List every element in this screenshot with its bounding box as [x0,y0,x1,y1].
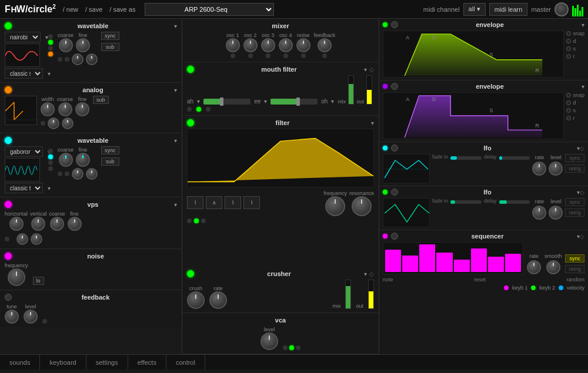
env2-d-radio[interactable] [566,100,571,105]
osc1-sub-btn[interactable]: sub [101,43,119,51]
env2-power[interactable] [391,83,398,90]
osc1-mod-knob1[interactable] [72,53,83,65]
osc1-preset1-select[interactable]: nairobi [5,32,41,42]
menu-save-as[interactable]: / save as [107,5,138,14]
lfo1-power[interactable] [391,145,398,152]
seq-power[interactable] [391,233,398,240]
lfo2-power[interactable] [391,189,398,196]
osc4-power[interactable] [5,201,12,208]
mixer-osc3-knob[interactable] [261,38,275,52]
mouth-ee-slider[interactable] [270,99,318,105]
tab-sounds[interactable]: sounds [0,355,40,369]
osc3-coarse-knob[interactable] [59,153,73,167]
filter-shape4[interactable]: ⌇ [243,196,260,209]
seq-bar-8[interactable] [505,254,521,272]
osc3-sync-btn[interactable]: sync [101,146,119,154]
osc3-sub-btn[interactable]: sub [101,157,119,166]
crusher-crush-knob[interactable] [187,291,205,309]
env1-snap-radio[interactable] [566,31,571,36]
osc2-sub-btn[interactable]: sub [93,96,109,104]
mouth-dropdown[interactable]: ▾ [364,66,367,73]
env1-power[interactable] [391,21,398,28]
env2-snap-radio[interactable] [566,93,571,98]
feedback-tune-knob[interactable] [5,310,19,324]
seq-bar-7[interactable] [488,257,504,272]
lfo2-retrig-btn[interactable]: retrig [565,209,584,217]
mouth-ah-arrow[interactable]: ▾ [197,98,200,105]
lfo2-fadein-slider[interactable] [450,200,482,204]
osc3-mod-knob1[interactable] [72,168,83,180]
osc2-mod-knob2[interactable] [62,117,74,129]
osc1-fine-knob[interactable] [76,38,90,52]
osc1-preset2-arrow[interactable]: ▾ [48,70,51,77]
osc1-dropdown[interactable]: ▾ [174,23,177,29]
master-knob[interactable] [554,2,569,16]
mixer-noise-knob[interactable] [296,38,310,52]
osc1-coarse-knob[interactable] [59,38,73,52]
lfo2-up-arrow[interactable]: ◇ [580,189,584,196]
seq-rate-knob[interactable] [527,260,541,274]
crusher-power[interactable] [187,270,194,277]
osc1-sync-btn[interactable]: sync [101,32,119,40]
tab-keyboard[interactable]: keyboard [40,355,86,369]
lfo1-up-arrow[interactable]: ◇ [580,145,584,152]
tab-control[interactable]: control [166,355,205,369]
tab-effects[interactable]: effects [128,355,166,369]
mouth-ah-slider[interactable] [203,99,250,105]
seq-sync-btn[interactable]: sync [565,254,584,263]
osc4-vertical-knob[interactable] [31,217,45,231]
osc4-coarse-knob[interactable] [50,217,64,231]
feedback-level-knob[interactable] [24,310,38,324]
mixer-osc1-knob[interactable] [226,38,240,52]
osc2-power[interactable] [5,86,12,93]
osc3-power[interactable] [5,137,12,144]
filter-shape1[interactable]: ⌇ [187,196,203,209]
seq-bar-5[interactable] [454,260,470,272]
osc2-width-knob[interactable] [41,102,55,116]
crusher-dropdown[interactable]: ▾ [364,271,367,277]
mouth-ee-arrow[interactable]: ▾ [264,98,267,105]
filter-power[interactable] [187,119,194,126]
lfo2-delay-slider[interactable] [499,200,530,204]
osc3-fine-knob[interactable] [76,153,90,167]
dot-keyb2[interactable] [531,285,536,290]
osc3-preset2-arrow[interactable]: ▾ [48,185,51,191]
mixer-osc2-knob[interactable] [243,38,258,52]
lfo1-delay-slider[interactable] [499,156,530,160]
osc2-fine-knob[interactable] [75,102,89,116]
seq-smooth-knob[interactable] [546,260,560,274]
dot-velocity[interactable] [559,285,563,290]
lfo2-rate-knob[interactable] [532,206,546,220]
osc2-mod-knob1[interactable] [48,117,59,129]
lfo1-rate-knob[interactable] [532,162,546,176]
mouth-oh-arrow[interactable]: ▾ [331,98,334,105]
filter-shape3[interactable]: ⌇ [225,196,241,209]
osc2-coarse-knob[interactable] [58,102,72,116]
osc4-dropdown[interactable]: ▾ [174,201,177,208]
seq-bar-4[interactable] [436,253,452,272]
env2-s-radio[interactable] [566,108,571,113]
osc4-fine-knob[interactable] [68,217,82,231]
filter-frequency-knob[interactable] [325,196,345,216]
lfo1-level-knob[interactable] [549,162,563,176]
dot-keyb1[interactable] [504,285,509,290]
noise-power[interactable] [5,253,12,260]
tab-settings[interactable]: settings [86,355,128,369]
crusher-rate-knob[interactable] [209,291,227,309]
menu-save[interactable]: / save [83,5,105,14]
env2-dropdown[interactable]: ▾ [582,83,584,90]
osc2-dropdown[interactable]: ▾ [174,87,177,93]
noise-lo-btn[interactable]: lo [33,277,44,285]
seq-bar-1[interactable] [385,250,401,272]
seq-up-arrow[interactable]: ◇ [580,233,584,240]
midi-channel-select[interactable]: all ▾ [463,3,486,16]
lfo1-fadein-slider[interactable] [450,156,482,160]
preset-select[interactable]: ARP 2600-Seq [145,3,274,16]
env1-dropdown[interactable]: ▾ [582,22,584,28]
osc3-preset1-select[interactable]: gaborone [5,146,43,157]
seq-bar-6[interactable] [471,248,487,272]
lfo2-level-knob[interactable] [549,206,563,220]
noise-frequency-knob[interactable] [8,268,25,286]
osc1-power[interactable] [5,22,12,29]
osc3-preset2-select[interactable]: classic tria [5,183,43,193]
